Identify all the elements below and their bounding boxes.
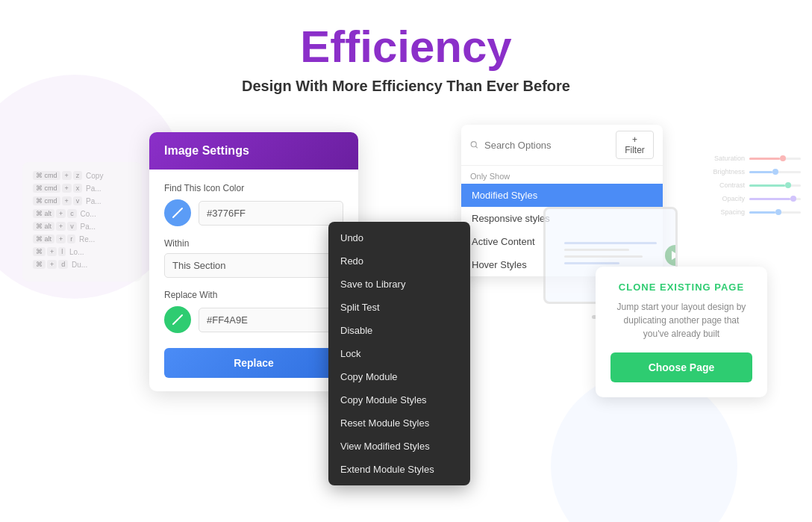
context-menu-view-modified[interactable]: View Modified Styles bbox=[328, 435, 470, 458]
contrast-slider-row: Contrast bbox=[711, 181, 801, 189]
keyboard-shortcuts-panel: ⌘ cmd+z Copy ⌘ cmd+x Pa... ⌘ cmd+v Pa...… bbox=[22, 162, 142, 282]
context-menu-extend-styles[interactable]: Extend Module Styles bbox=[328, 458, 470, 481]
choose-page-button[interactable]: Choose Page bbox=[610, 352, 752, 382]
blue-color-circle[interactable] bbox=[164, 199, 191, 226]
clone-page-title: CLONE EXISTING PAGE bbox=[610, 282, 752, 293]
opacity-label: Opacity bbox=[711, 195, 745, 202]
context-menu-copy-module[interactable]: Copy Module bbox=[328, 365, 470, 388]
saturation-label: Saturation bbox=[711, 155, 745, 162]
within-select[interactable]: This Section bbox=[164, 253, 343, 278]
context-menu-save-library[interactable]: Save to Library bbox=[328, 273, 470, 296]
replace-color-row bbox=[164, 306, 343, 333]
find-color-label: Find This Icon Color bbox=[164, 183, 343, 193]
keyboard-row: ⌘ cmd+x Pa... bbox=[33, 184, 131, 193]
clone-page-card: CLONE EXISTING PAGE Jump start your layo… bbox=[596, 267, 767, 397]
panel-body: Find This Icon Color Within This Section… bbox=[149, 170, 358, 391]
image-settings-panel: Image Settings Find This Icon Color With… bbox=[149, 132, 358, 391]
brightness-track[interactable] bbox=[749, 171, 801, 173]
context-menu-split-test[interactable]: Split Test bbox=[328, 296, 470, 319]
context-menu-undo[interactable]: Undo bbox=[328, 226, 470, 249]
within-label: Within bbox=[164, 238, 343, 249]
panel-title: Image Settings bbox=[149, 132, 358, 170]
only-show-label: Only Show bbox=[461, 166, 663, 184]
spacing-label: Spacing bbox=[711, 208, 745, 216]
green-hex-input[interactable] bbox=[199, 308, 343, 332]
find-color-row bbox=[164, 199, 343, 226]
page-title: Efficiency bbox=[0, 22, 812, 72]
option-modified-styles[interactable]: Modified Styles bbox=[461, 184, 663, 207]
search-bar: + Filter bbox=[461, 125, 663, 166]
keyboard-row: ⌘+l Lo... bbox=[33, 247, 131, 256]
spacing-track[interactable] bbox=[749, 211, 801, 214]
keyboard-row: ⌘+d Du... bbox=[33, 260, 131, 269]
context-menu-copy-module-styles[interactable]: Copy Module Styles bbox=[328, 388, 470, 411]
play-button[interactable] bbox=[665, 245, 678, 266]
opacity-slider-row: Opacity bbox=[711, 195, 801, 202]
search-icon bbox=[470, 140, 478, 150]
filter-button[interactable]: + Filter bbox=[616, 131, 654, 159]
context-menu-reset-module-styles[interactable]: Reset Module Styles bbox=[328, 411, 470, 435]
opacity-track[interactable] bbox=[749, 198, 801, 200]
saturation-slider-row: Saturation bbox=[711, 155, 801, 162]
contrast-label: Contrast bbox=[711, 181, 745, 189]
brightness-slider-row: Brightness bbox=[711, 168, 801, 175]
replace-button[interactable]: Replace bbox=[164, 348, 343, 378]
keyboard-row: ⌘ alt+r Re... bbox=[33, 234, 131, 243]
keyboard-row: ⌘ alt+c Co... bbox=[33, 209, 131, 218]
context-menu: Undo Redo Save to Library Split Test Dis… bbox=[328, 222, 470, 485]
keyboard-row: ⌘ cmd+z Copy bbox=[33, 171, 131, 180]
sliders-panel: Saturation Brightness Contrast Opacity bbox=[711, 155, 801, 222]
green-color-circle[interactable] bbox=[164, 306, 191, 333]
context-menu-redo[interactable]: Redo bbox=[328, 249, 470, 273]
content-area: ⌘ cmd+z Copy ⌘ cmd+x Pa... ⌘ cmd+v Pa...… bbox=[0, 117, 812, 520]
search-options-input[interactable] bbox=[484, 140, 610, 151]
context-menu-disable[interactable]: Disable bbox=[328, 319, 470, 342]
svg-marker-1 bbox=[672, 251, 678, 260]
saturation-track[interactable] bbox=[749, 158, 801, 160]
brightness-label: Brightness bbox=[711, 168, 745, 175]
blue-hex-input[interactable] bbox=[199, 201, 343, 226]
keyboard-row: ⌘ cmd+v Pa... bbox=[33, 196, 131, 205]
context-menu-lock[interactable]: Lock bbox=[328, 342, 470, 365]
keyboard-row: ⌘ alt+v Pa... bbox=[33, 222, 131, 231]
spacing-slider-row: Spacing bbox=[711, 208, 801, 216]
clone-page-description: Jump start your layout design by duplica… bbox=[610, 300, 752, 341]
replace-with-label: Replace With bbox=[164, 290, 343, 300]
contrast-track[interactable] bbox=[749, 184, 801, 187]
